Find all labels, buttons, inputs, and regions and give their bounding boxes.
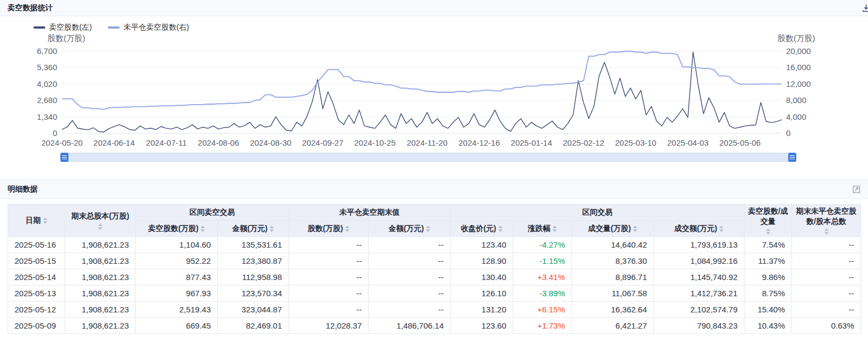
detail-panel-title: 明细数据 (8, 185, 38, 194)
cell-turnover: 790,843.23 (654, 318, 745, 334)
chart-panel-header: 卖空数据统计 (0, 0, 868, 16)
x-axis-tick-label: 2025-01-14 (511, 138, 552, 147)
x-axis-tick-label: 2024-11-20 (407, 138, 447, 147)
cell-short_shares: 877.43 (136, 269, 218, 285)
sort-icon[interactable] (719, 226, 724, 232)
cell-date: 2025-05-15 (8, 253, 65, 269)
x-axis-tick-label: 2025-03-10 (615, 138, 657, 147)
legend-item[interactable]: 卖空股数(左) (33, 23, 92, 32)
col-header-label: 未平仓卖空期末值 (340, 207, 400, 217)
cell-open_amount: -- (369, 237, 451, 253)
left-axis-tick-label: 6,700 (37, 46, 57, 56)
sort-icon[interactable] (345, 226, 349, 232)
col-header-short_amount[interactable]: 金额(万元) (218, 221, 289, 237)
cell-short_amount: 82,469.01 (218, 318, 289, 334)
col-header-label: 成交额(万元) (674, 223, 717, 233)
col-header-open_amount[interactable]: 金额(万元) (369, 221, 451, 237)
right-axis-title: 股数(万股) (777, 33, 815, 43)
col-header-label: 卖空股数(万股) (148, 223, 198, 233)
col-header-date[interactable]: 日期 (8, 204, 65, 237)
col-header-label: 区间卖空交易 (190, 207, 235, 217)
col-header-close_price[interactable]: 收盘价(元) (451, 221, 513, 237)
download-icon[interactable] (862, 3, 868, 12)
cell-short_amount: 135,531.61 (218, 237, 289, 253)
col-header-open_to_capital[interactable]: 期末未平仓卖空股数/股本总数 (792, 204, 861, 237)
cell-change_pct: +1.73% (513, 318, 572, 334)
cell-open_shares: -- (289, 285, 369, 302)
cell-short_amount: 123,570.34 (218, 285, 289, 302)
datazoom-slider[interactable] (61, 153, 796, 162)
datazoom-left-handle[interactable] (60, 153, 68, 162)
col-header-volume[interactable]: 成交量(万股) (572, 221, 654, 237)
legend-item[interactable]: 未平仓卖空股数(右) (108, 23, 189, 32)
cell-close_price: 130.40 (451, 269, 513, 285)
sort-icon[interactable] (824, 228, 829, 235)
cell-close_price: 123.60 (451, 318, 513, 334)
col-header-interval_short_trade: 区间卖空交易 (136, 204, 289, 221)
sort-icon[interactable] (426, 226, 430, 232)
chart-panel-title: 卖空数据统计 (8, 3, 53, 13)
cell-turnover: 1,793,619.13 (654, 237, 745, 253)
table-row: 2025-05-091,908,621.23669.4582,469.0112,… (8, 318, 861, 334)
cell-change_pct: -1.15% (513, 253, 572, 269)
right-axis-tick-label: 12,000 (786, 79, 811, 88)
legend-label: 未平仓卖空股数(右) (123, 23, 189, 32)
col-header-label: 日期 (26, 215, 41, 225)
x-axis-tick-label: 2025-02-12 (563, 138, 604, 147)
sort-icon[interactable] (201, 226, 205, 232)
col-header-total_share_capital[interactable]: 期末总股本(万股) (65, 204, 136, 237)
x-axis-tick-label: 2024-12-16 (459, 138, 500, 147)
x-axis-tick-label: 2025-05-06 (719, 138, 761, 147)
col-header-label: 收盘价(元) (461, 223, 496, 233)
col-header-interval_trade: 区间交易 (451, 204, 745, 221)
short-selling-page: 卖空数据统计 卖空股数(左)未平仓卖空股数(右) 6,70020,0005,36… (0, 0, 868, 341)
sort-icon[interactable] (270, 226, 274, 232)
cell-open_amount: -- (369, 253, 451, 269)
cell-change_pct: -3.89% (513, 285, 572, 302)
collapse-icon[interactable] (852, 185, 860, 193)
series-short-shares (62, 52, 782, 132)
cell-open_to_capital: -- (792, 269, 861, 285)
cell-short_to_volume: 10.43% (745, 318, 792, 334)
cell-turnover: 1,145,740.92 (654, 269, 745, 285)
datazoom-right-handle[interactable] (788, 153, 796, 162)
cell-close_price: 128.90 (451, 253, 513, 269)
x-axis-tick-label: 2024-08-06 (198, 138, 239, 147)
cell-change_pct: +3.41% (513, 269, 572, 285)
col-header-short_shares[interactable]: 卖空股数(万股) (136, 221, 218, 237)
cell-total_share_capital: 1,908,621.23 (65, 269, 136, 285)
x-axis-tick-label: 2024-08-30 (250, 138, 292, 147)
cell-short_amount: 123,380.87 (218, 253, 289, 269)
sort-icon[interactable] (43, 217, 47, 224)
col-header-short_to_volume[interactable]: 卖空股数/成交量 (745, 204, 792, 237)
sort-icon[interactable] (98, 223, 102, 230)
col-header-change_pct[interactable]: 涨跌幅 (513, 221, 572, 237)
sort-icon[interactable] (553, 226, 557, 232)
sort-icon[interactable] (498, 226, 502, 232)
x-axis-tick-label: 2024-07-11 (146, 138, 187, 147)
short-selling-chart: 6,70020,0005,36016,0004,02012,0002,6808,… (0, 16, 868, 162)
sort-icon[interactable] (766, 228, 770, 235)
cell-volume: 16,362.64 (572, 302, 654, 318)
cell-open_amount: -- (369, 285, 451, 302)
col-header-open_shares[interactable]: 股数(万股) (289, 221, 369, 237)
right-axis-tick-label: 4,000 (786, 112, 807, 121)
cell-short_to_volume: 15.40% (745, 302, 792, 318)
cell-open_shares: -- (289, 302, 369, 318)
right-axis-tick-label: 16,000 (786, 63, 811, 72)
table-row: 2025-05-151,908,621.23952.22123,380.87--… (8, 253, 861, 269)
x-axis-tick-label: 2024-09-27 (302, 138, 343, 147)
cell-open_shares: -- (289, 269, 369, 285)
cell-open_amount: -- (369, 302, 451, 318)
left-axis-tick-label: 1,340 (37, 112, 57, 121)
col-header-label: 成交量(万股) (588, 223, 631, 233)
cell-close_price: 123.40 (451, 237, 513, 253)
col-header-label: 期末未平仓卖空股数/股本总数 (795, 206, 857, 226)
cell-short_shares: 2,519.43 (136, 302, 218, 318)
cell-date: 2025-05-12 (8, 302, 65, 318)
sort-icon[interactable] (633, 226, 637, 232)
cell-short_to_volume: 11.37% (745, 253, 792, 269)
col-header-turnover[interactable]: 成交额(万元) (654, 221, 745, 237)
cell-volume: 11,067.58 (572, 285, 654, 302)
col-header-label: 股数(万股) (308, 223, 343, 233)
